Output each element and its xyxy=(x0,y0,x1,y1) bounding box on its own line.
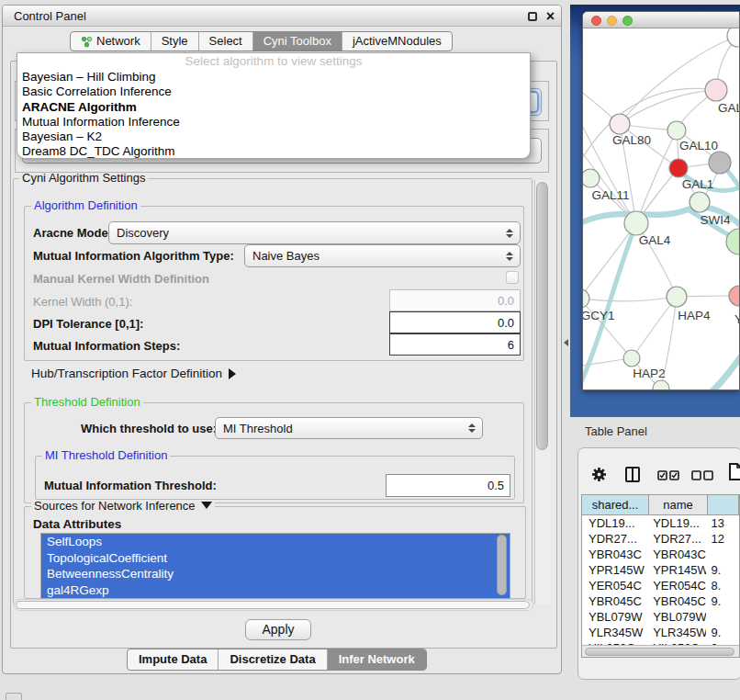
algorithm-option[interactable]: Bayesian – K2 xyxy=(17,130,530,144)
algorithm-option[interactable]: Bayesian – Hill Climbing xyxy=(17,70,530,85)
list-item[interactable]: gal4RGexp xyxy=(41,582,510,599)
network-node[interactable] xyxy=(709,152,731,174)
algorithm-option[interactable]: Mutual Information Inference xyxy=(17,115,530,130)
table-row[interactable]: YBL079WYBL079W xyxy=(582,609,739,625)
list-scrollbar-thumb[interactable] xyxy=(497,535,507,595)
which-threshold-combobox[interactable]: MI Threshold xyxy=(215,417,483,439)
network-node[interactable] xyxy=(583,289,589,308)
table-row[interactable]: YDR27...YDR27...12 xyxy=(582,531,739,547)
network-canvas[interactable]: GALGAL80GAL10GAL1GAL11SWI4GAL4GCY1HAP4YH… xyxy=(583,28,739,390)
mi-type-value: Naive Bayes xyxy=(252,249,320,263)
table-cell: YLR345W xyxy=(648,625,706,640)
list-item[interactable]: SelfLoops xyxy=(41,534,510,550)
tab-cyni-toolbox[interactable]: Cyni Toolbox xyxy=(252,32,342,51)
table-settings-gear-icon[interactable] xyxy=(591,467,607,482)
table-row[interactable]: YLR345WYLR345W9. xyxy=(582,625,739,640)
network-node[interactable] xyxy=(729,286,740,306)
splitpane-collapse-icon[interactable] xyxy=(564,339,568,346)
which-threshold-label: Which threshold to use: xyxy=(81,422,217,435)
deselect-all-checkboxes-icon[interactable] xyxy=(691,470,713,480)
network-node[interactable] xyxy=(610,114,630,134)
data-attributes-label: Data Attributes xyxy=(33,517,121,531)
table-row[interactable]: YDL19...YDL19...13 xyxy=(582,515,739,531)
mi-type-combobox[interactable]: Naive Bayes xyxy=(244,244,521,267)
tab-label: Impute Data xyxy=(139,652,207,667)
tab-jactivemnodules[interactable]: jActiveMNodules xyxy=(342,32,452,51)
table-row[interactable]: YER054CYER054C8. xyxy=(582,578,739,593)
tab-label: Select xyxy=(209,34,242,49)
table-cell: YLR345W xyxy=(582,625,648,640)
network-node[interactable] xyxy=(667,287,687,307)
table-cell: YBR045C xyxy=(582,593,648,609)
network-node[interactable] xyxy=(669,159,688,177)
list-item[interactable]: TopologicalCoefficient xyxy=(41,550,510,567)
network-edge xyxy=(632,297,677,358)
export-table-icon[interactable] xyxy=(729,463,740,480)
network-edge xyxy=(583,88,716,166)
dpi-tolerance-field[interactable]: 0.0 xyxy=(389,311,521,333)
table-row[interactable]: YBR043CYBR043C xyxy=(582,547,739,562)
network-view-window[interactable]: GALGAL80GAL10GAL1GAL11SWI4GAL4GCY1HAP4YH… xyxy=(582,11,740,390)
table-cell: 12 xyxy=(706,531,739,547)
tab-impute-data[interactable]: Impute Data xyxy=(128,649,218,670)
minimized-panel-widget[interactable] xyxy=(6,693,22,700)
network-node[interactable] xyxy=(623,350,640,367)
table-hscrollbar-thumb[interactable] xyxy=(585,648,734,656)
network-node[interactable] xyxy=(705,79,727,101)
mi-steps-field[interactable]: 6 xyxy=(389,333,521,356)
table-cell xyxy=(706,547,739,562)
manual-kernel-label: Manual Kernel Width Definition xyxy=(33,272,209,286)
algorithm-option[interactable]: Dream8 DC_TDC Algorithm xyxy=(17,144,530,159)
zoom-traffic-light-icon[interactable] xyxy=(622,16,633,26)
network-edge xyxy=(706,352,740,390)
manual-kernel-checkbox[interactable] xyxy=(506,271,519,284)
table-header-row: shared... name xyxy=(582,495,739,515)
column-header-shared-name[interactable]: shared... xyxy=(582,495,649,514)
aracne-mode-combobox[interactable]: Discovery xyxy=(108,221,521,244)
table-row[interactable]: YBR045CYBR045C9. xyxy=(582,593,739,609)
collapse-down-icon xyxy=(201,502,212,509)
table-cell: YDL19... xyxy=(582,515,648,531)
network-node[interactable] xyxy=(690,192,710,212)
tab-infer-network[interactable]: Infer Network xyxy=(327,649,426,670)
mi-threshold-label: Mutual Information Threshold: xyxy=(44,479,217,492)
close-icon[interactable]: × xyxy=(546,6,555,26)
table-row[interactable]: YPR145WYPR145W9. xyxy=(582,562,739,578)
network-node[interactable] xyxy=(727,28,740,47)
algorithm-option[interactable]: Basic Correlation Inference xyxy=(17,85,530,99)
tab-label: Discretize Data xyxy=(230,652,315,667)
list-item[interactable]: BetweennessCentrality xyxy=(41,566,510,582)
tab-network[interactable]: Network xyxy=(71,32,151,51)
apply-button[interactable]: Apply xyxy=(245,619,311,640)
network-node-label: HAP4 xyxy=(678,309,711,322)
network-edge xyxy=(583,223,636,299)
aracne-mode-value: Discovery xyxy=(117,226,169,240)
algorithm-option-selected[interactable]: ARACNE Algorithm xyxy=(17,100,530,115)
network-window-titlebar[interactable] xyxy=(583,12,739,28)
tab-select[interactable]: Select xyxy=(198,32,252,51)
network-node-label: Y xyxy=(734,312,740,326)
tab-discretize-data[interactable]: Discretize Data xyxy=(218,649,326,670)
mi-threshold-field[interactable]: 0.5 xyxy=(386,474,510,497)
settings-hscrollbar-thumb[interactable] xyxy=(16,601,530,609)
table-cell: YER054C xyxy=(648,578,706,593)
float-window-icon[interactable] xyxy=(528,12,537,21)
close-traffic-light-icon[interactable] xyxy=(591,16,601,26)
table-hscrollbar-track[interactable] xyxy=(582,645,739,657)
network-node[interactable] xyxy=(624,211,648,235)
minimize-traffic-light-icon[interactable] xyxy=(607,16,617,26)
network-node[interactable] xyxy=(667,121,686,140)
hub-definition-expander[interactable]: Hub/Transcription Factor Definition xyxy=(31,367,236,380)
panel-title: Control Panel xyxy=(14,6,86,27)
table-columns-icon[interactable] xyxy=(625,467,640,482)
sources-group-title[interactable]: Sources for Network Inference xyxy=(31,500,215,513)
tab-style[interactable]: Style xyxy=(151,32,198,51)
settings-vscrollbar-thumb[interactable] xyxy=(536,182,548,450)
hub-definition-label: Hub/Transcription Factor Definition xyxy=(31,367,222,380)
column-header-clipped[interactable] xyxy=(708,495,739,514)
network-node[interactable] xyxy=(653,380,669,390)
select-all-checkboxes-icon[interactable] xyxy=(657,470,679,480)
network-node[interactable] xyxy=(583,169,600,187)
data-attributes-list[interactable]: SelfLoops TopologicalCoefficient Between… xyxy=(40,533,510,599)
column-header-name[interactable]: name xyxy=(649,495,708,514)
